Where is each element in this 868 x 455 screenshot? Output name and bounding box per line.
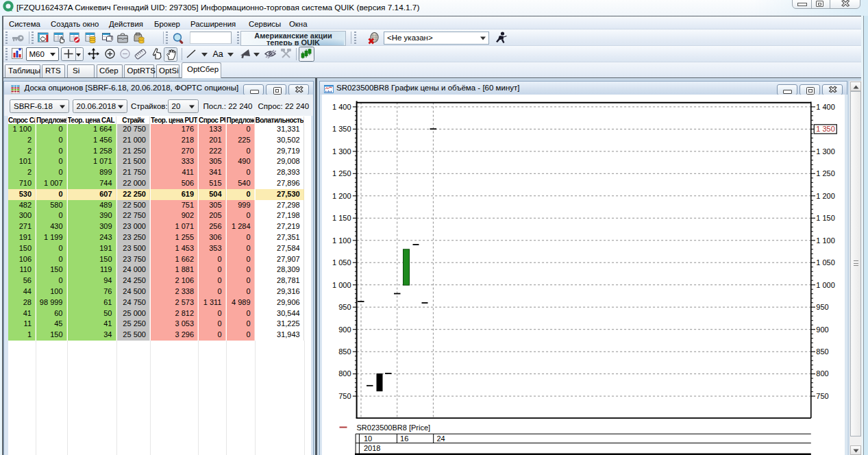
svg-text:850: 850 bbox=[816, 347, 828, 356]
svg-text:950: 950 bbox=[816, 303, 828, 311]
svg-text:1 050: 1 050 bbox=[332, 258, 351, 267]
svg-text:1 250: 1 250 bbox=[816, 169, 835, 177]
svg-text:800: 800 bbox=[338, 369, 351, 378]
svg-text:1 300: 1 300 bbox=[816, 147, 835, 155]
svg-text:16: 16 bbox=[400, 434, 408, 442]
svg-text:950: 950 bbox=[338, 303, 351, 311]
svg-text:24: 24 bbox=[436, 434, 445, 442]
svg-text:1 300: 1 300 bbox=[332, 147, 351, 155]
svg-text:1 400: 1 400 bbox=[816, 102, 835, 110]
svg-text:1 000: 1 000 bbox=[816, 280, 835, 288]
svg-text:1 350: 1 350 bbox=[332, 125, 351, 133]
svg-text:1 100: 1 100 bbox=[332, 236, 351, 244]
svg-text:SR023500BR8 [Price]: SR023500BR8 [Price] bbox=[356, 423, 430, 431]
svg-text:900: 900 bbox=[338, 325, 351, 333]
svg-text:1 100: 1 100 bbox=[816, 236, 835, 244]
svg-text:1 200: 1 200 bbox=[332, 191, 351, 199]
svg-text:1 250: 1 250 bbox=[332, 169, 351, 177]
svg-text:1 200: 1 200 bbox=[816, 191, 835, 199]
svg-text:1 000: 1 000 bbox=[332, 280, 351, 288]
svg-text:1 150: 1 150 bbox=[816, 214, 835, 222]
svg-text:10: 10 bbox=[363, 434, 371, 442]
svg-text:750: 750 bbox=[816, 391, 828, 399]
svg-text:1 400: 1 400 bbox=[332, 102, 351, 110]
svg-text:1 050: 1 050 bbox=[816, 258, 835, 267]
svg-text:1 150: 1 150 bbox=[332, 214, 351, 222]
svg-text:800: 800 bbox=[816, 369, 828, 378]
svg-text:900: 900 bbox=[816, 325, 828, 333]
svg-text:2018: 2018 bbox=[363, 443, 380, 452]
svg-text:1 350: 1 350 bbox=[816, 125, 835, 133]
svg-text:750: 750 bbox=[338, 391, 351, 399]
svg-text:850: 850 bbox=[338, 347, 351, 356]
